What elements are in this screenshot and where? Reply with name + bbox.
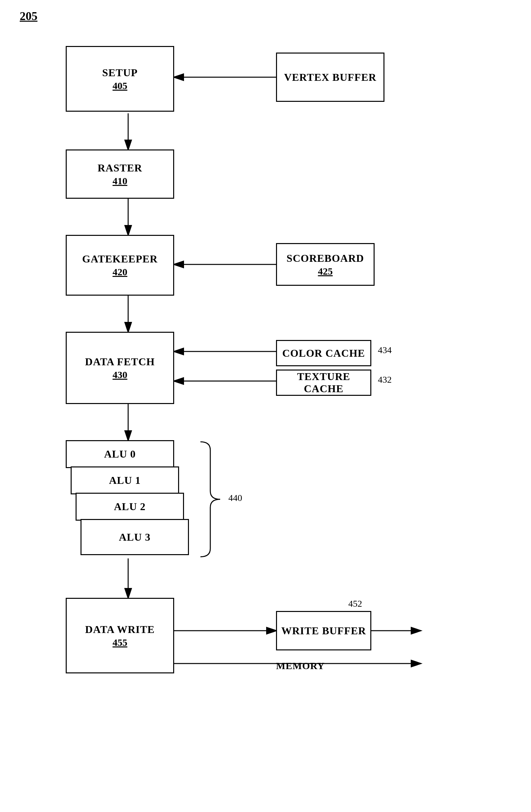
scoreboard-box: SCOREBOARD 425 [276, 243, 375, 286]
setup-box: SETUP 405 [66, 46, 174, 112]
write-buffer-ref: 452 [348, 598, 362, 609]
color-cache-box: COLOR CACHE [276, 340, 371, 366]
alu1-box: ALU 1 [71, 466, 179, 494]
vertex-buffer-box: VERTEX BUFFER [276, 53, 385, 102]
data-write-box: DATA WRITE 455 [66, 598, 174, 673]
alu0-box: ALU 0 [66, 440, 174, 468]
color-cache-ref: 434 [378, 345, 392, 356]
texture-cache-ref: 432 [378, 375, 392, 385]
data-fetch-box: DATA FETCH 430 [66, 332, 174, 404]
texture-cache-box: TEXTURE CACHE [276, 369, 371, 396]
raster-box: RASTER 410 [66, 149, 174, 199]
memory-label: MEMORY [276, 660, 325, 671]
gatekeeper-box: GATEKEEPER 420 [66, 235, 174, 296]
alu-group-ref: 440 [228, 493, 242, 503]
alu3-box: ALU 3 [81, 519, 189, 555]
alu2-box: ALU 2 [75, 493, 184, 521]
write-buffer-box: WRITE BUFFER [276, 611, 371, 650]
